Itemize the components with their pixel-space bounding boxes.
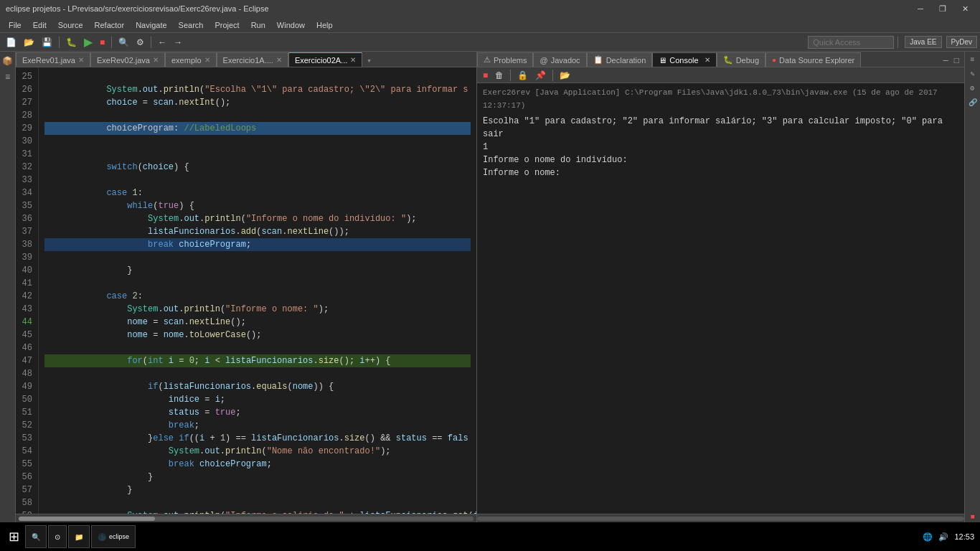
pydev-perspective[interactable]: PyDev <box>946 36 977 48</box>
toolbar-save-btn[interactable]: 💾 <box>39 36 55 49</box>
tab-exerev02[interactable]: ExeRev02.java ✕ <box>90 52 165 67</box>
gutter-48: 48 <box>19 367 32 380</box>
taskbar-cortana[interactable]: ⊙ <box>48 525 67 548</box>
right-sb-btn2[interactable]: ✎ <box>969 68 976 80</box>
menu-navigate[interactable]: Navigate <box>130 19 172 31</box>
menu-search[interactable]: Search <box>173 19 209 31</box>
tab-problems[interactable]: ⚠ Problems <box>477 52 533 67</box>
right-sb-btn4[interactable]: 🔗 <box>967 97 979 108</box>
tab-exerev02-close[interactable]: ✕ <box>153 56 159 64</box>
gutter-54: 54 <box>19 445 32 458</box>
panel-maximize-btn[interactable]: □ <box>952 55 961 67</box>
line-37: } <box>44 265 132 276</box>
gutter-38: 38 <box>19 238 32 251</box>
tab-exerev01[interactable]: ExeRev01.java ✕ <box>16 52 90 67</box>
menu-window[interactable]: Window <box>271 19 311 31</box>
tab-exemplo[interactable]: exemplo ✕ <box>165 52 217 67</box>
tab-javadoc[interactable]: @ Javadoc <box>533 52 586 67</box>
minimize-button[interactable]: ─ <box>912 3 929 15</box>
tab-exercicio02a-close[interactable]: ✕ <box>350 56 356 64</box>
package-explorer-btn[interactable]: 📦 <box>1 55 14 68</box>
toolbar-new-btn[interactable]: 📄 <box>3 36 19 49</box>
tab-exemplo-close[interactable]: ✕ <box>204 56 210 64</box>
right-sb-btn3[interactable]: ⚙ <box>969 83 976 94</box>
console-toolbar: ■ 🗑 🔒 📌 📂 <box>477 67 964 83</box>
menu-project[interactable]: Project <box>209 19 245 31</box>
gutter-59: 59 <box>19 509 32 514</box>
network-icon[interactable]: 🌐 <box>923 532 933 542</box>
editor-scrollbar[interactable] <box>16 514 476 522</box>
gutter-43: 43 <box>19 303 32 316</box>
taskbar-search[interactable]: 🔍 <box>25 525 47 548</box>
toolbar-settings-btn[interactable]: ⚙ <box>133 36 147 49</box>
toolbar-search-btn[interactable]: 🔍 <box>116 36 132 49</box>
taskbar-file-explorer[interactable]: 📁 <box>68 525 90 548</box>
terminate-btn[interactable]: ■ <box>480 69 491 82</box>
panel-minimize-btn[interactable]: ─ <box>941 55 951 67</box>
panel-tab-bar: ⚠ Problems @ Javadoc 📋 Declaration 🖥 Con… <box>477 52 964 67</box>
toolbar-sep2 <box>111 37 112 48</box>
tab-debug-label: Debug <box>736 56 759 65</box>
taskbar-eclipse[interactable]: 🌑 eclipse <box>91 525 136 548</box>
toolbar-sep4 <box>897 37 898 48</box>
gutter-56: 56 <box>19 471 32 484</box>
java-ee-perspective[interactable]: Java EE <box>905 36 941 48</box>
volume-icon[interactable]: 🔊 <box>938 532 948 542</box>
tab-declaration[interactable]: 📋 Declaration <box>587 52 653 67</box>
scroll-lock-btn[interactable]: 🔒 <box>514 69 531 82</box>
right-sb-btn1[interactable]: ≡ <box>969 55 976 65</box>
toolbar-run-btn[interactable]: ▶ <box>81 34 95 50</box>
open-file-btn[interactable]: 📂 <box>557 69 573 82</box>
tab-console-label: Console <box>669 56 698 65</box>
tab-exercicio1a-close[interactable]: ✕ <box>276 56 282 64</box>
tab-javadoc-label: Javadoc <box>551 56 580 65</box>
tab-declaration-label: Declaration <box>606 56 646 65</box>
toolbar-back-btn[interactable]: ← <box>155 36 169 49</box>
tab-datasource[interactable]: ● Data Source Explorer <box>765 52 861 67</box>
toolbar-forward-btn[interactable]: → <box>171 36 185 49</box>
line-25: System.out.println("Escolha \"1\" para c… <box>44 85 468 95</box>
menu-run[interactable]: Run <box>245 19 271 31</box>
taskbar: ⊞ 🔍 ⊙ 📁 🌑 eclipse 🌐 🔊 12:53 <box>0 522 980 551</box>
code-content[interactable]: System.out.println("Escolha \"1\" para c… <box>39 67 476 514</box>
gutter-57: 57 <box>19 484 32 496</box>
line-52: } <box>44 472 153 482</box>
menu-edit[interactable]: Edit <box>27 19 52 31</box>
toolbar-stop-btn[interactable]: ■ <box>97 36 108 49</box>
console-content[interactable]: Exerc26rev [Java Application] C:\Program… <box>477 83 964 514</box>
tab-exerev02-label: ExeRev02.java <box>97 56 150 65</box>
console-scrollbar[interactable] <box>477 514 964 522</box>
menu-file[interactable]: File <box>3 19 27 31</box>
start-button[interactable]: ⊞ <box>3 526 25 547</box>
console-close[interactable]: ✕ <box>705 56 710 64</box>
maximize-button[interactable]: ❐ <box>933 3 952 15</box>
window-controls: ─ ❐ ✕ <box>912 3 974 15</box>
console-tb-sep2 <box>552 70 553 81</box>
tab-console[interactable]: 🖥 Console ✕ <box>652 52 716 67</box>
editor-area: ExeRev01.java ✕ ExeRev02.java ✕ exemplo … <box>16 52 476 522</box>
left-sidebar: 📦 ≡ <box>0 52 16 522</box>
close-button[interactable]: ✕ <box>956 3 974 15</box>
tab-overflow-btn[interactable]: ▾ <box>362 55 376 67</box>
outline-btn[interactable]: ≡ <box>4 71 11 84</box>
gutter-31: 31 <box>19 148 32 161</box>
right-sb-stop-btn[interactable]: ■ <box>969 512 976 522</box>
line-42: nome = nome.toLowerCase(); <box>44 330 261 340</box>
quick-access-input[interactable] <box>808 36 894 49</box>
clear-btn[interactable]: 🗑 <box>492 69 507 82</box>
tab-debug[interactable]: 🐛 Debug <box>717 52 765 67</box>
line-50: System.out.println("Nome não encontrado!… <box>44 446 391 456</box>
menu-source[interactable]: Source <box>52 19 89 31</box>
pin-console-btn[interactable]: 📌 <box>532 69 549 82</box>
menu-refactor[interactable]: Refactor <box>89 19 131 31</box>
menu-help[interactable]: Help <box>311 19 339 31</box>
toolbar-open-btn[interactable]: 📂 <box>21 36 37 49</box>
console-line-4: Informe o nome: <box>483 166 958 179</box>
toolbar-debug-btn[interactable]: 🐛 <box>63 36 80 49</box>
tab-exercicio1a[interactable]: Exercicio1A.... ✕ <box>217 52 288 67</box>
gutter-51: 51 <box>19 406 32 419</box>
gutter-35: 35 <box>19 199 32 212</box>
tab-exerev01-close[interactable]: ✕ <box>78 56 84 64</box>
tab-exercicio02a[interactable]: Exercicio02A... ✕ <box>288 52 362 67</box>
console-icon: 🖥 <box>659 56 666 65</box>
